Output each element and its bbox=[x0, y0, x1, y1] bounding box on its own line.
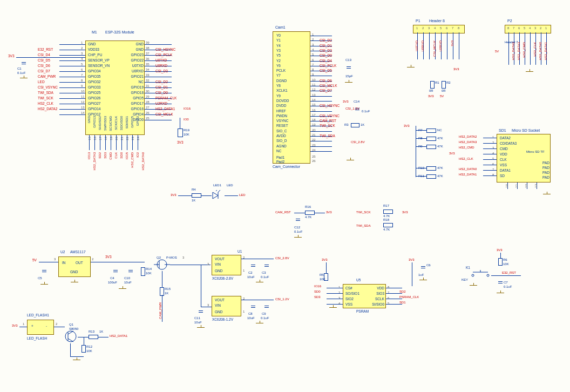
sd-net-d3: HS2_DATA3 bbox=[459, 140, 477, 144]
sd1-pin-2: CMD bbox=[500, 147, 508, 151]
k1-label: KEY bbox=[462, 278, 468, 281]
cam-pin-8: Y7 bbox=[276, 73, 281, 77]
cam-pin-22: AGND bbox=[276, 144, 287, 148]
m1-rnet-1: CSI_HSYNC bbox=[155, 48, 175, 51]
cap-c11 bbox=[199, 308, 203, 315]
m1-bnet-9: IO2 bbox=[136, 152, 139, 158]
m1-lnet-4: CSI_D6 bbox=[38, 64, 50, 67]
p2-net-6: HS2_DATA1 bbox=[544, 42, 547, 60]
c11-val: 10uF bbox=[194, 321, 202, 324]
R11-val: 47K bbox=[437, 174, 443, 178]
m1-lnet-1: E32_RST bbox=[38, 48, 53, 51]
cam-net-4: CSI_D0 bbox=[320, 53, 332, 57]
svg-line-3 bbox=[218, 190, 221, 192]
pmos-icon bbox=[154, 258, 170, 271]
p1-name: Header 8 bbox=[429, 19, 445, 23]
m1-bpin-6: SDO/SD0 bbox=[120, 116, 123, 130]
sd-net-d1: HS2_DATA1 bbox=[459, 173, 477, 176]
c14-val: 0.1uF bbox=[362, 110, 370, 113]
cam-net-7: CSI_D5 bbox=[320, 69, 332, 72]
m1-rpin-4: U0TXD bbox=[132, 64, 144, 67]
m1-bnet-6: SD0 bbox=[120, 152, 123, 159]
m1-rpin-8: GPIO19 bbox=[131, 85, 144, 89]
m1-bnet-8: HS2_CMD bbox=[131, 152, 134, 168]
m1-rpin-3: GPIO22 bbox=[131, 58, 144, 62]
u1-out-net: CSI_2.8V bbox=[275, 256, 289, 260]
m1-lpin-2: CHP_PU bbox=[88, 53, 102, 57]
cam-net-16: CSI_VSYNC bbox=[320, 114, 340, 118]
cam-net-6: CSI_PCLK bbox=[320, 64, 336, 67]
m1-bpin-7: SDI/SD1 bbox=[125, 116, 128, 129]
r2-val: 0R bbox=[442, 89, 446, 92]
u1b-gnd: GND bbox=[215, 310, 222, 314]
m1-rpin-7: NC bbox=[139, 80, 144, 84]
p1-net-1: U0RXD bbox=[421, 40, 424, 51]
lf-ref: LED_FLASH1 bbox=[27, 313, 49, 317]
p1-net-0: U0TXD bbox=[415, 40, 418, 51]
m1-bpin-2: SHD/SD2 bbox=[98, 116, 101, 130]
switch-icon bbox=[470, 270, 491, 278]
r5-val: 10K bbox=[320, 278, 325, 281]
cap-c9 bbox=[264, 303, 269, 310]
twisck-net: TWI_SCK bbox=[356, 211, 371, 214]
m1-bnet-7: IO15 bbox=[125, 152, 128, 159]
m1-rpin-5: U0RXD bbox=[132, 69, 144, 73]
cam-pin-2: Y4 bbox=[276, 44, 281, 48]
R10-val: 47K bbox=[437, 166, 443, 170]
p1-net-4: U2RXD bbox=[439, 40, 442, 51]
p1-net-6: 3V3 bbox=[451, 40, 454, 46]
m1-rnet-3: U0TXD bbox=[155, 58, 167, 62]
r1-val: 0R bbox=[429, 89, 433, 92]
m1-rpin-9: GPIO18 bbox=[131, 91, 144, 94]
m1-name: ESP-32S Module bbox=[105, 30, 134, 34]
r17-ref: R17 bbox=[383, 204, 389, 207]
lf-net: HS2_DATA1 bbox=[110, 334, 127, 337]
q1-ref: Q1 bbox=[69, 323, 73, 326]
cap-c2 bbox=[251, 262, 255, 269]
m1-rpin-10: GPIO5 bbox=[133, 96, 144, 100]
res-r14 bbox=[141, 267, 145, 276]
cam-pad1: Pad1 bbox=[276, 156, 284, 159]
r2-ref: R2 bbox=[446, 81, 451, 84]
npn-icon bbox=[64, 329, 78, 343]
u2-3v3: 3V3 bbox=[105, 255, 112, 259]
gnd-k1a bbox=[470, 283, 477, 288]
sd1-name: Micro SD Socket bbox=[512, 129, 540, 132]
m1-bnet-3: SD3 bbox=[104, 152, 107, 159]
sd1-pin-7: SD bbox=[500, 174, 505, 178]
res-r4 bbox=[192, 193, 201, 198]
gnd-u1b bbox=[256, 321, 263, 326]
R7-val: NC bbox=[437, 129, 442, 132]
u1b-vin: VIN bbox=[215, 303, 221, 307]
k1-ref: K1 bbox=[466, 266, 470, 269]
u1b-name: XC6206-1.2V bbox=[212, 317, 233, 321]
m1-bnet-5: CLK bbox=[114, 152, 118, 159]
svg-line-2 bbox=[216, 190, 219, 191]
r15-ref: R15 bbox=[165, 287, 171, 290]
c9-ref: C9 bbox=[262, 312, 266, 315]
m1-lnet-10: TWI_SCK bbox=[38, 96, 53, 100]
u2-out: OUT bbox=[76, 261, 83, 265]
gnd-u5 bbox=[329, 305, 337, 310]
m1-rpin-13: GPIO4 bbox=[133, 112, 144, 116]
sd1-pin-6: DATA1 bbox=[500, 168, 511, 172]
cam-pin-0: Y0 bbox=[276, 33, 281, 37]
m1-rnet-8: CSI_D1 bbox=[155, 85, 168, 89]
cam-pin-9: DGND bbox=[276, 79, 287, 83]
m1-bnet-1: HS2_DATA3 bbox=[93, 152, 96, 170]
r15-val: 1K bbox=[165, 292, 168, 295]
m1-io16: IO16 bbox=[184, 107, 191, 110]
cam-pin-13: DOVDD bbox=[276, 99, 289, 103]
psram-sd1: SD1 bbox=[399, 301, 406, 304]
r2-5v: 5V bbox=[440, 94, 444, 98]
c9-val: 0.1uF bbox=[261, 316, 269, 320]
cam-pin-19: SIO_C bbox=[276, 129, 287, 133]
k1-net: E32_RST bbox=[502, 271, 516, 274]
r3-val: 1K bbox=[361, 123, 364, 126]
cam-net-10: CSI_MCLK bbox=[320, 84, 337, 87]
res-r17 bbox=[383, 209, 393, 214]
cam-pin-5: Y2 bbox=[276, 59, 281, 63]
c3-val: 0.1uF bbox=[261, 275, 269, 279]
m1-lpin-4: SENSOR_VN bbox=[88, 64, 110, 67]
gnd-sd1 bbox=[543, 192, 551, 197]
